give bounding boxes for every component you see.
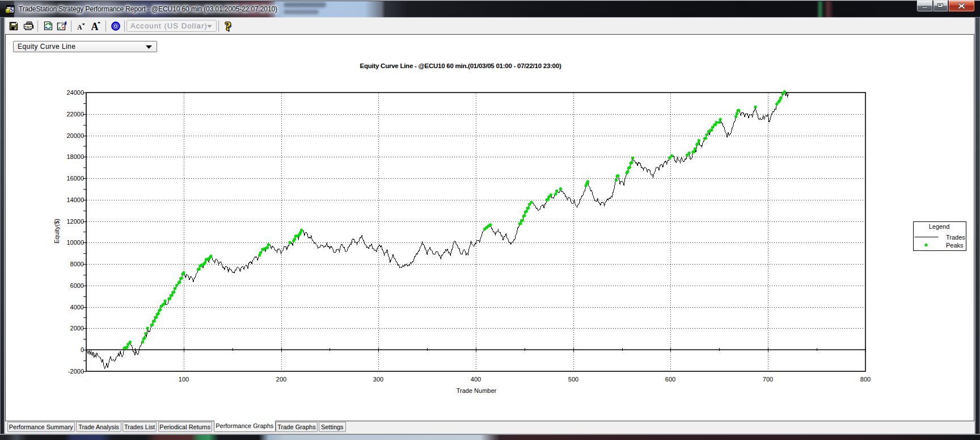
svg-text:Legend: Legend — [929, 223, 950, 230]
svg-text:400: 400 — [471, 376, 481, 383]
svg-text:100: 100 — [179, 376, 189, 383]
svg-text:2000: 2000 — [70, 325, 84, 332]
svg-text:6000: 6000 — [70, 282, 84, 289]
svg-text:12000: 12000 — [66, 218, 84, 225]
svg-text:-2000: -2000 — [68, 368, 84, 375]
svg-text:8000: 8000 — [70, 261, 84, 267]
svg-text:800: 800 — [860, 376, 871, 383]
svg-text:22000: 22000 — [66, 111, 84, 118]
svg-text:24000: 24000 — [66, 89, 84, 96]
svg-text:18000: 18000 — [66, 153, 84, 160]
svg-text:200: 200 — [276, 376, 286, 383]
svg-text:10000: 10000 — [66, 239, 84, 246]
svg-text:14000: 14000 — [66, 196, 84, 203]
svg-text:20000: 20000 — [66, 132, 84, 139]
svg-text:Peaks: Peaks — [946, 242, 964, 249]
svg-text:16000: 16000 — [66, 175, 84, 182]
svg-text:500: 500 — [568, 376, 578, 383]
svg-text:Equity Curve Line - @ECU10 60: Equity Curve Line - @ECU10 60 min.(01/03… — [360, 62, 561, 69]
svg-text:Trade Number: Trade Number — [457, 387, 497, 394]
svg-text:0: 0 — [81, 346, 84, 353]
svg-text:4000: 4000 — [70, 304, 84, 311]
svg-text:Equity($): Equity($) — [53, 219, 60, 244]
svg-text:300: 300 — [373, 376, 383, 383]
svg-text:600: 600 — [665, 376, 675, 383]
svg-text:700: 700 — [763, 376, 773, 383]
svg-text:Trades: Trades — [946, 234, 965, 241]
